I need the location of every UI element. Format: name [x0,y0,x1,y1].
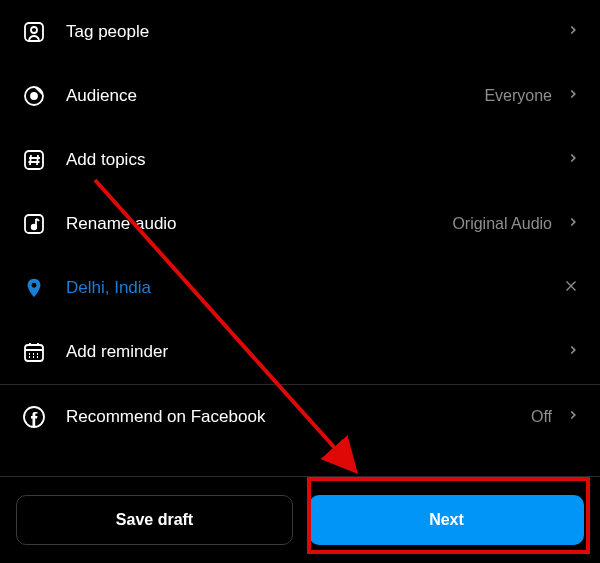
chevron-right-icon [566,23,580,41]
next-button[interactable]: Next [309,495,584,545]
svg-rect-4 [25,151,43,169]
option-add-reminder[interactable]: Add reminder [0,320,600,385]
calendar-icon [20,338,48,366]
option-value: Off [531,408,552,426]
option-add-topics[interactable]: Add topics [0,128,600,192]
option-recommend-facebook[interactable]: Recommend on Facebook Off [0,385,600,449]
chevron-right-icon [566,151,580,169]
hashtag-icon [20,146,48,174]
svg-rect-0 [25,23,43,41]
svg-point-7 [32,283,37,288]
option-rename-audio[interactable]: Rename audio Original Audio [0,192,600,256]
option-tag-people[interactable]: Tag people [0,0,600,64]
svg-point-6 [32,225,37,230]
save-draft-button[interactable]: Save draft [16,495,293,545]
audience-icon [20,82,48,110]
action-buttons: Save draft Next [0,476,600,563]
option-label: Add topics [66,150,566,170]
option-label: Recommend on Facebook [66,407,531,427]
chevron-right-icon [566,408,580,426]
option-location[interactable]: Delhi, India [0,256,600,320]
option-label: Tag people [66,22,566,42]
chevron-right-icon [566,87,580,105]
chevron-right-icon [566,215,580,233]
chevron-right-icon [566,343,580,361]
option-audience[interactable]: Audience Everyone [0,64,600,128]
option-label: Delhi, India [66,278,562,298]
option-value: Original Audio [452,215,552,233]
option-value: Everyone [484,87,552,105]
audio-icon [20,210,48,238]
close-icon[interactable] [562,277,580,299]
location-pin-icon [20,274,48,302]
tag-people-icon [20,18,48,46]
option-label: Audience [66,86,484,106]
svg-point-1 [31,27,37,33]
option-label: Add reminder [66,342,566,362]
facebook-icon [20,403,48,431]
svg-point-3 [31,93,37,99]
option-label: Rename audio [66,214,452,234]
